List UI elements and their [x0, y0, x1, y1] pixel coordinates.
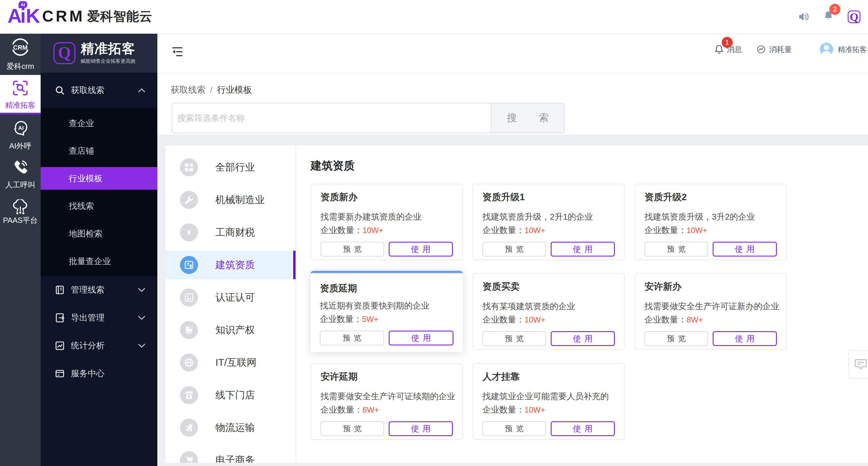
svg-text:CRM: CRM: [13, 44, 27, 51]
svg-text:¥: ¥: [187, 228, 191, 237]
svg-text:AI: AI: [18, 125, 24, 131]
